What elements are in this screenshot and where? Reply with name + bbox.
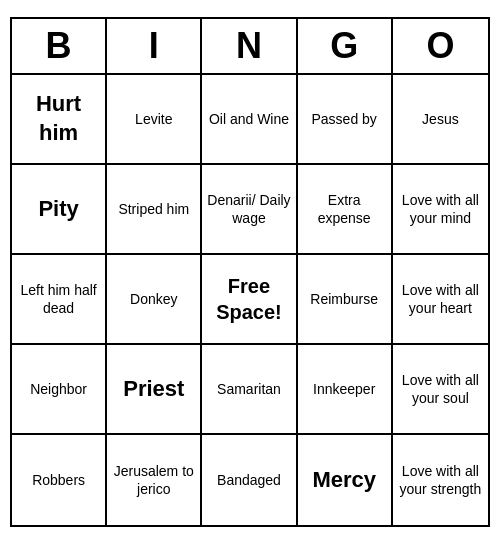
bingo-cell-13: Reimburse — [298, 255, 393, 345]
bingo-cell-11: Donkey — [107, 255, 202, 345]
bingo-cell-19: Love with all your soul — [393, 345, 488, 435]
bingo-cell-5: Pity — [12, 165, 107, 255]
bingo-cell-6: Striped him — [107, 165, 202, 255]
bingo-cell-8: Extra expense — [298, 165, 393, 255]
bingo-cell-10: Left him half dead — [12, 255, 107, 345]
bingo-cell-18: Innkeeper — [298, 345, 393, 435]
header-letter-B: B — [12, 19, 107, 73]
bingo-cell-21: Jerusalem to jerico — [107, 435, 202, 525]
bingo-cell-20: Robbers — [12, 435, 107, 525]
header-letter-G: G — [298, 19, 393, 73]
bingo-cell-22: Bandaged — [202, 435, 297, 525]
bingo-cell-16: Priest — [107, 345, 202, 435]
bingo-cell-23: Mercy — [298, 435, 393, 525]
bingo-cell-24: Love with all your strength — [393, 435, 488, 525]
bingo-cell-2: Oil and Wine — [202, 75, 297, 165]
bingo-cell-14: Love with all your heart — [393, 255, 488, 345]
bingo-cell-0: Hurt him — [12, 75, 107, 165]
header-letter-N: N — [202, 19, 297, 73]
bingo-card: BINGO Hurt himLeviteOil and WinePassed b… — [10, 17, 490, 527]
bingo-cell-3: Passed by — [298, 75, 393, 165]
bingo-cell-12: Free Space! — [202, 255, 297, 345]
bingo-grid: Hurt himLeviteOil and WinePassed byJesus… — [12, 75, 488, 525]
bingo-header: BINGO — [12, 19, 488, 75]
bingo-cell-4: Jesus — [393, 75, 488, 165]
bingo-cell-1: Levite — [107, 75, 202, 165]
bingo-cell-15: Neighbor — [12, 345, 107, 435]
bingo-cell-9: Love with all your mind — [393, 165, 488, 255]
header-letter-O: O — [393, 19, 488, 73]
header-letter-I: I — [107, 19, 202, 73]
bingo-cell-17: Samaritan — [202, 345, 297, 435]
bingo-cell-7: Denarii/ Daily wage — [202, 165, 297, 255]
